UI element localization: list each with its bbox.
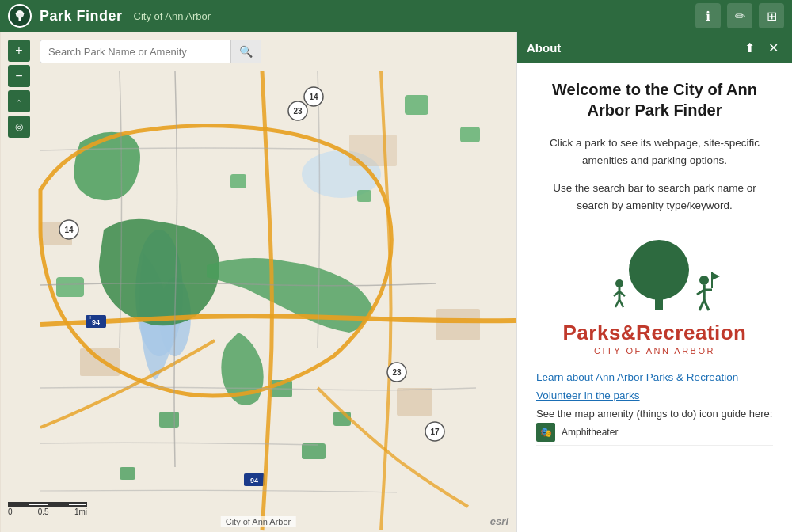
about-desc-2: Use the search bar to search park name o…	[536, 180, 773, 214]
svg-point-38	[615, 279, 623, 287]
svg-rect-20	[397, 388, 432, 416]
edit-button[interactable]: ✏	[727, 3, 752, 28]
svg-line-43	[619, 299, 623, 307]
svg-text:94: 94	[92, 318, 100, 326]
edit-icon: ✏	[735, 9, 745, 24]
main-content: + − ⌂ ◎ 🔍	[0, 32, 792, 532]
scale-label-0: 0	[8, 507, 13, 516]
welcome-heading: Welcome to the City of Ann Arbor Park Fi…	[536, 79, 773, 120]
home-button[interactable]: ⌂	[8, 90, 30, 112]
svg-text:23: 23	[293, 107, 303, 116]
svg-line-50	[704, 300, 709, 310]
search-input[interactable]	[40, 41, 230, 63]
svg-rect-12	[302, 443, 326, 459]
svg-rect-17	[80, 348, 120, 376]
svg-rect-1	[19, 17, 21, 21]
about-title: About	[527, 41, 561, 55]
about-panel: About ⬆ ✕ Welcome to the City of Ann Arb…	[516, 32, 792, 532]
svg-rect-13	[159, 412, 179, 428]
header-icons: ℹ ✏ ⊞	[695, 3, 784, 28]
svg-rect-6	[56, 277, 84, 297]
amenity-row: 🎭 Amphitheater	[536, 420, 773, 446]
grid-icon: ⊞	[767, 9, 777, 24]
map-toolbar: + − ⌂ ◎	[8, 40, 30, 138]
icon-guide-text: See the map amenity (things to do) icon …	[536, 408, 773, 420]
svg-rect-14	[120, 467, 135, 480]
svg-rect-9	[460, 127, 480, 142]
app-title: Park Finder	[40, 8, 123, 25]
svg-text:94: 94	[250, 477, 258, 484]
app-logo	[8, 4, 32, 28]
svg-rect-19	[436, 309, 480, 340]
info-icon: ℹ	[706, 9, 710, 24]
zoom-in-button[interactable]: +	[8, 40, 30, 62]
map-view[interactable]: 94 I 94	[0, 32, 516, 532]
svg-rect-8	[405, 95, 428, 115]
svg-rect-37	[655, 294, 663, 310]
about-content: Welcome to the City of Ann Arbor Park Fi…	[517, 63, 792, 532]
about-panel-header: About ⬆ ✕	[517, 32, 792, 63]
zoom-out-button[interactable]: −	[8, 65, 30, 87]
svg-text:17: 17	[430, 428, 440, 436]
svg-point-36	[629, 240, 689, 300]
svg-rect-15	[357, 190, 371, 202]
location-button[interactable]: ◎	[8, 116, 30, 138]
grid-button[interactable]: ⊞	[759, 3, 784, 28]
parks-brand-sub: CITY OF ANN ARBOR	[594, 346, 715, 355]
volunteer-link[interactable]: Volunteer in the parks	[536, 390, 773, 401]
city-name: City of Ann Arbor	[134, 10, 211, 22]
about-controls: ⬆ ✕	[740, 38, 782, 57]
scale-label-half: 0.5	[38, 507, 49, 516]
about-desc-1: Click a park to see its webpage, site-sp…	[536, 135, 773, 169]
logo-icon	[12, 8, 28, 24]
svg-point-44	[699, 276, 709, 285]
collapse-panel-button[interactable]: ⬆	[740, 38, 759, 57]
info-button[interactable]: ℹ	[695, 3, 721, 28]
close-panel-button[interactable]: ✕	[763, 38, 782, 57]
search-bar: 🔍	[40, 40, 261, 63]
scale-bar: 0 0.5 1mi	[8, 502, 87, 516]
amenity-label: Amphitheater	[562, 427, 618, 438]
close-icon: ✕	[768, 40, 779, 55]
svg-text:14: 14	[309, 93, 318, 101]
about-links: Learn about Ann Arbor Parks & Recreation…	[536, 371, 773, 401]
svg-line-42	[615, 299, 619, 307]
app-header: Park Finder City of Ann Arbor ℹ ✏ ⊞	[0, 0, 792, 32]
map-container: + − ⌂ ◎ 🔍	[0, 32, 516, 532]
collapse-icon: ⬆	[744, 40, 755, 55]
svg-text:23: 23	[392, 368, 402, 377]
svg-rect-7	[230, 174, 246, 188]
esri-logo: esri	[490, 515, 508, 527]
parks-recreation-logo: Parks&Recreation CITY OF ANN ARBOR	[536, 226, 773, 355]
amenity-icon-amphitheater: 🎭	[536, 423, 555, 442]
scale-label-1: 1mi	[74, 507, 87, 516]
parks-brand-text: Parks&Recreation	[563, 321, 747, 344]
learn-about-link[interactable]: Learn about Ann Arbor Parks & Recreation	[536, 371, 773, 383]
map-attribution: City of Ann Arbor	[221, 516, 296, 527]
parks-logo-svg	[576, 226, 734, 321]
search-button[interactable]: 🔍	[230, 40, 261, 63]
svg-line-49	[699, 300, 704, 310]
svg-text:14: 14	[64, 226, 74, 234]
